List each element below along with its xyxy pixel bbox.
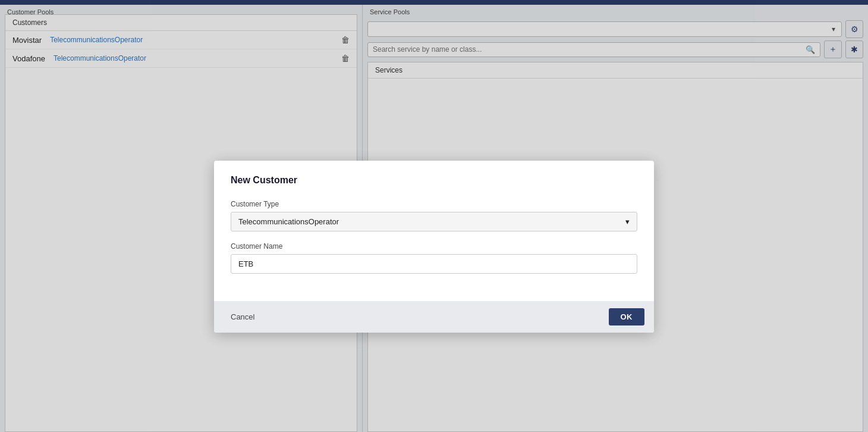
customer-type-group: Customer Type TelecommunicationsOperator…	[231, 200, 637, 231]
dialog-footer: Cancel OK	[214, 301, 654, 333]
new-customer-dialog: New Customer Customer Type Telecommunica…	[214, 161, 654, 333]
chevron-down-icon: ▾	[625, 217, 630, 226]
customer-name-label: Customer Name	[231, 242, 637, 251]
customer-type-select-value: TelecommunicationsOperator	[238, 217, 339, 226]
dialog-body: New Customer Customer Type Telecommunica…	[214, 161, 654, 301]
dialog-title: New Customer	[231, 175, 637, 186]
customer-type-select[interactable]: TelecommunicationsOperator ▾	[231, 212, 637, 231]
customer-name-input[interactable]	[231, 254, 637, 274]
customer-type-label: Customer Type	[231, 200, 637, 208]
modal-overlay: New Customer Customer Type Telecommunica…	[0, 0, 868, 432]
customer-name-group: Customer Name	[231, 242, 637, 274]
ok-button[interactable]: OK	[609, 308, 645, 325]
cancel-button[interactable]: Cancel	[224, 309, 262, 325]
